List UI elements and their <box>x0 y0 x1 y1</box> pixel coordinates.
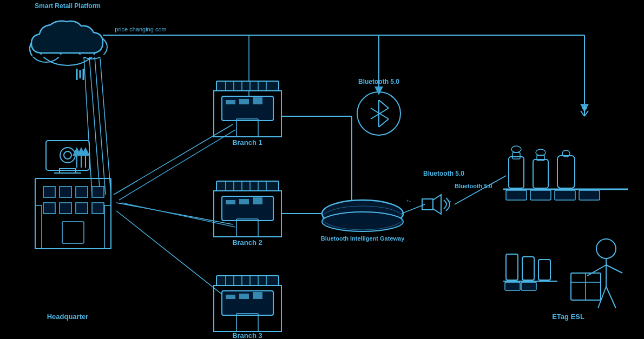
svg-text:+-: +- <box>447 198 451 204</box>
cloud-label: Smart Retail Platform <box>35 2 101 10</box>
svg-rect-80 <box>239 294 249 299</box>
gateway-label: Bluetooth Intelligent Gateway <box>321 235 405 242</box>
connection-label: price changing com <box>115 26 166 32</box>
svg-rect-32 <box>92 203 104 214</box>
svg-rect-79 <box>226 295 235 299</box>
bluetooth3-label: Bluetooth 5.0 <box>455 183 492 189</box>
branch2-label: Branch 2 <box>232 238 262 247</box>
svg-rect-81 <box>253 292 262 299</box>
diagram: Smart Retail Platform price changing com <box>0 0 644 339</box>
svg-rect-27 <box>76 187 88 197</box>
svg-rect-26 <box>60 187 71 197</box>
branch3-label: Branch 3 <box>232 331 262 339</box>
svg-rect-113 <box>530 190 551 200</box>
svg-rect-29 <box>43 203 55 214</box>
svg-rect-53 <box>226 100 235 104</box>
svg-rect-112 <box>506 190 527 200</box>
svg-rect-114 <box>555 190 575 200</box>
hq-label: Headquarter <box>47 313 89 321</box>
branch1-label: Branch 1 <box>232 138 262 147</box>
bluetooth2-label: Bluetooth 5.0 <box>423 170 464 177</box>
svg-text:+-: +- <box>406 198 411 204</box>
svg-rect-25 <box>43 187 55 197</box>
svg-rect-28 <box>92 187 104 197</box>
svg-rect-133 <box>505 282 520 290</box>
svg-point-93 <box>322 212 403 231</box>
svg-rect-55 <box>253 97 262 104</box>
svg-rect-115 <box>579 190 600 200</box>
svg-rect-68 <box>253 197 262 204</box>
svg-rect-67 <box>239 199 249 204</box>
svg-rect-31 <box>76 203 88 214</box>
svg-rect-66 <box>226 200 235 204</box>
svg-rect-54 <box>239 99 249 104</box>
svg-rect-30 <box>60 203 71 214</box>
svg-rect-134 <box>521 282 536 290</box>
gateway-icon <box>322 200 403 231</box>
esl-tags-label: ETag ESL <box>552 313 584 321</box>
